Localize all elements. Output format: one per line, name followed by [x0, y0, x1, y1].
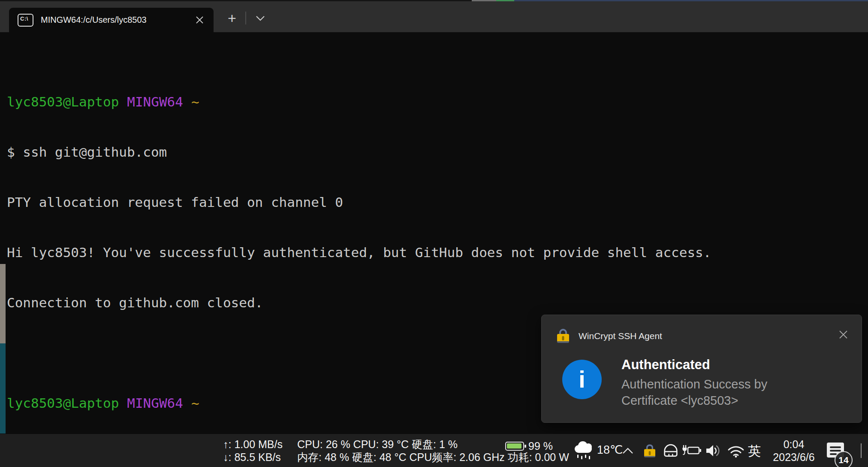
battery-icon — [505, 442, 524, 451]
terminal-titlebar[interactable]: C:\ MINGW64:/c/Users/lyc8503 + — [0, 1, 868, 32]
prompt-msystem: MINGW64 — [127, 94, 183, 109]
terminal-command-line: $ ssh git@github.com — [7, 144, 711, 161]
prompt-path: ~ — [191, 395, 199, 411]
stats-line2: 内存: 48 % 硬盘: 48 °C CPU频率: 2.06 GHz 功耗: 0… — [297, 451, 569, 464]
battery-percent: 99 % — [528, 440, 553, 452]
clock-time: 0:04 — [768, 438, 820, 451]
terminal-output-line: PTY allocation request failed on channel… — [7, 194, 711, 211]
prompt-user-host: lyc8503@Laptop — [7, 395, 119, 411]
plus-icon: + — [228, 10, 236, 27]
chevron-up-icon — [622, 448, 633, 454]
helmet-icon — [663, 443, 678, 459]
toast-texts: Authenticated Authentication Success by … — [621, 357, 767, 409]
prompt-path: ~ — [191, 94, 199, 109]
rain-cloud-icon — [573, 440, 595, 460]
tray-overflow-button[interactable] — [619, 443, 636, 458]
tab-close-button[interactable] — [192, 13, 207, 27]
desktop-wallpaper-strip-gray — [0, 264, 6, 343]
battery-plug-icon — [681, 444, 702, 457]
taskbar-clock[interactable]: 0:04 2023/6/6 — [768, 438, 820, 464]
notification-center-button[interactable]: 14 — [826, 442, 854, 467]
desktop-screen: C:\ MINGW64:/c/Users/lyc8503 + lyc8503@L… — [0, 0, 868, 467]
terminal-prompt-line: lyc8503@LaptopMINGW64~ — [7, 94, 711, 110]
new-tab-button[interactable]: + — [222, 9, 242, 27]
prompt-user-host: lyc8503@Laptop — [7, 94, 119, 109]
close-icon — [196, 16, 203, 24]
ime-indicator[interactable]: 英 — [748, 443, 761, 460]
prompt-msystem: MINGW64 — [127, 395, 183, 411]
close-icon — [839, 331, 847, 339]
info-glyph: i — [579, 367, 585, 391]
tab-dropdown-button[interactable] — [250, 9, 270, 27]
terminal-tab[interactable]: C:\ MINGW64:/c/Users/lyc8503 — [9, 8, 214, 32]
toast-close-button[interactable] — [835, 326, 851, 343]
notification-toast[interactable]: WinCrypt SSH Agent i Authenticated Authe… — [541, 315, 862, 423]
terminal-output-line: Hi lyc8503! You've successfully authenti… — [7, 244, 711, 261]
info-icon: i — [562, 360, 602, 399]
tab-bar-divider — [245, 12, 246, 24]
network-speed-widget[interactable]: ↑: 1.00 MB/s ↓: 85.5 KB/s — [223, 438, 283, 464]
show-desktop-button[interactable] — [861, 443, 862, 458]
command-prompt-icon-text: C:\ — [20, 15, 28, 22]
padlock-icon — [557, 329, 569, 343]
chevron-down-icon — [256, 15, 265, 21]
toast-message-line2: Certificate <lyc8503> — [621, 392, 767, 409]
terminal-output-line: Connection to github.com closed. — [7, 294, 711, 311]
clock-date: 2023/6/6 — [768, 451, 820, 464]
weather-widget[interactable]: 18℃ — [573, 440, 623, 460]
taskbar: ↑: 1.00 MB/s ↓: 85.5 KB/s CPU: 26 % CPU:… — [0, 434, 868, 467]
toast-app-name: WinCrypt SSH Agent — [579, 331, 662, 341]
toast-header: WinCrypt SSH Agent — [557, 329, 662, 343]
tray-wifi[interactable] — [726, 444, 745, 458]
wifi-icon — [727, 445, 745, 458]
toast-message-line1: Authentication Success by — [621, 376, 767, 392]
battery-status-widget[interactable]: 99 % — [505, 440, 553, 452]
tray-ssh-agent-lock[interactable] — [642, 443, 657, 459]
notification-count-badge: 14 — [835, 451, 853, 467]
toast-title: Authenticated — [621, 357, 767, 373]
tray-power-status[interactable] — [681, 443, 702, 458]
net-upload-speed: ↑: 1.00 MB/s — [223, 438, 283, 451]
tab-title: MINGW64:/c/Users/lyc8503 — [41, 15, 147, 25]
speaker-icon — [705, 444, 721, 458]
tray-helmet-app[interactable] — [662, 442, 679, 460]
net-download-speed: ↓: 85.5 KB/s — [223, 451, 283, 464]
command-prompt-icon: C:\ — [18, 14, 33, 27]
padlock-icon — [644, 444, 655, 458]
tray-volume[interactable] — [704, 443, 722, 458]
